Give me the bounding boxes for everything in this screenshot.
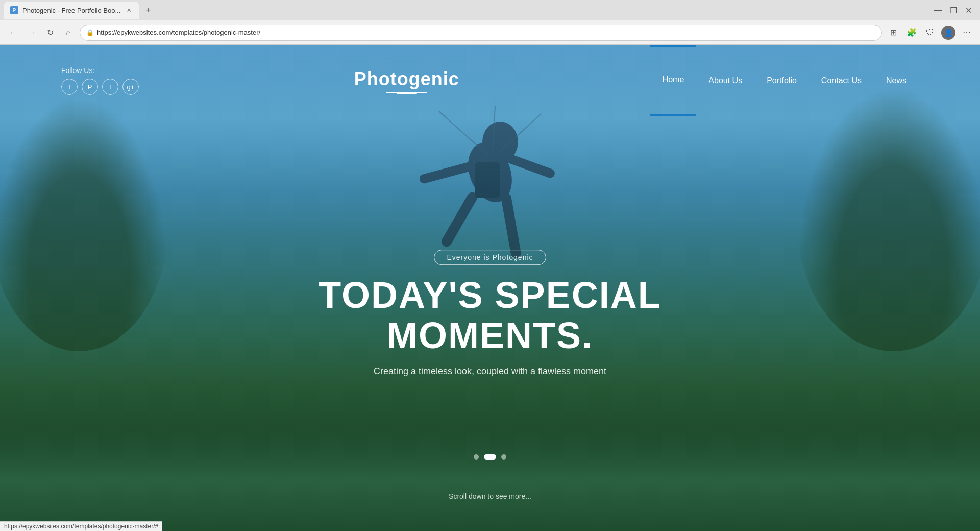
slider-dot-1[interactable]	[474, 454, 479, 460]
twitter-icon[interactable]: t	[102, 79, 118, 95]
minimize-button[interactable]: —	[934, 6, 942, 15]
header-left: Follow Us: f P t g+	[61, 66, 163, 95]
lock-icon: 🔒	[86, 29, 94, 36]
browser-window: P Photogenic - Free Portfolio Boo... ✕ +…	[0, 0, 980, 531]
svg-rect-6	[475, 162, 500, 198]
restore-button[interactable]: ❐	[950, 6, 957, 15]
nav-item-home[interactable]: Home	[650, 45, 697, 116]
tab-favicon: P	[10, 6, 18, 14]
browser-status: https://epykwebsites.com/templates/photo…	[0, 521, 162, 531]
site-header: Follow Us: f P t g+ Photogenic Home Abou…	[0, 45, 980, 116]
trees-right	[796, 86, 980, 351]
pinterest-icon[interactable]: P	[82, 79, 98, 95]
cast-icon[interactable]: ⊞	[886, 26, 900, 40]
profile-button[interactable]: 👤	[941, 26, 955, 40]
menu-button[interactable]: ⋯	[960, 26, 974, 40]
address-bar[interactable]: 🔒	[80, 25, 882, 41]
extensions-icon[interactable]: 🧩	[904, 26, 919, 40]
forward-button[interactable]: →	[24, 26, 39, 40]
reload-button[interactable]: ↻	[43, 26, 57, 40]
nav-item-portfolio[interactable]: Portfolio	[754, 45, 809, 116]
hero-title: TODAY'S SPECIAL MOMENTS.	[311, 275, 669, 356]
social-icons: f P t g+	[61, 79, 163, 95]
slider-dot-3[interactable]	[501, 454, 506, 460]
slider-dots	[474, 454, 506, 460]
slider-dot-2[interactable]	[484, 454, 496, 460]
tab-title: Photogenic - Free Portfolio Boo...	[22, 7, 120, 14]
new-tab-button[interactable]: +	[141, 3, 155, 17]
url-input[interactable]	[97, 29, 875, 36]
site-logo[interactable]: Photogenic	[163, 68, 650, 93]
shield-icon[interactable]: 🛡	[923, 26, 937, 40]
nav-item-news[interactable]: News	[874, 45, 919, 116]
nav-item-about[interactable]: About Us	[696, 45, 754, 116]
tab-bar: P Photogenic - Free Portfolio Boo... ✕ +…	[0, 0, 980, 20]
toolbar-right: ⊞ 🧩 🛡 👤 ⋯	[886, 26, 974, 40]
home-button[interactable]: ⌂	[61, 26, 76, 40]
active-tab[interactable]: P Photogenic - Free Portfolio Boo... ✕	[4, 2, 139, 19]
follow-us-label: Follow Us:	[61, 66, 163, 75]
nav-item-contact[interactable]: Contact Us	[809, 45, 874, 116]
hero-tagline: Everyone is Photogenic	[434, 250, 546, 265]
svg-rect-2	[439, 190, 479, 249]
back-button[interactable]: ←	[6, 26, 20, 40]
svg-line-7	[439, 111, 487, 155]
logo-underline	[386, 92, 427, 93]
logo-text: Photogenic	[163, 68, 650, 90]
hero-title-line1: TODAY'S SPECIAL	[318, 275, 661, 316]
svg-rect-3	[500, 192, 522, 259]
main-nav: Home About Us Portfolio Contact Us News	[650, 45, 919, 116]
browser-toolbar: ← → ↻ ⌂ 🔒 ⊞ 🧩 🛡 👤 ⋯	[0, 20, 980, 45]
close-button[interactable]: ✕	[965, 6, 972, 15]
window-controls: — ❐ ✕	[934, 6, 976, 15]
grass-overlay	[0, 429, 980, 531]
googleplus-icon[interactable]: g+	[122, 79, 139, 95]
scroll-down-label[interactable]: Scroll down to see more...	[449, 492, 531, 500]
hero-subtitle: Creating a timeless look, coupled with a…	[311, 367, 669, 377]
tab-close-button[interactable]: ✕	[125, 6, 133, 14]
hero-content: Everyone is Photogenic TODAY'S SPECIAL M…	[311, 250, 669, 377]
header-divider	[61, 116, 919, 116]
facebook-icon[interactable]: f	[61, 79, 78, 95]
hero-title-line2: MOMENTS.	[387, 315, 593, 356]
website-content: Follow Us: f P t g+ Photogenic Home Abou…	[0, 45, 980, 531]
